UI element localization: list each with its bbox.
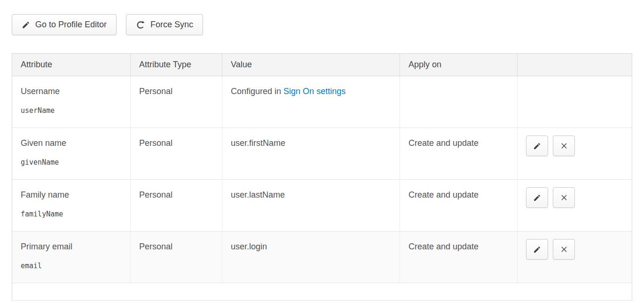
edit-attribute-button[interactable] (526, 136, 548, 156)
actions-cell (518, 180, 632, 231)
attribute-cell: Username userName (12, 76, 131, 128)
apply-on-cell: Create and update (400, 180, 518, 231)
apply-on-cell: Create and update (400, 231, 518, 283)
go-to-profile-editor-button[interactable]: Go to Profile Editor (12, 14, 117, 35)
x-icon (560, 142, 568, 150)
attribute-type-cell: Personal (131, 231, 222, 283)
pencil-icon (533, 194, 541, 202)
attribute-cell: Family name familyName (12, 180, 131, 231)
pencil-icon (533, 142, 541, 150)
attribute-variable-name: familyName (21, 208, 122, 220)
attribute-variable-name: userName (21, 105, 122, 116)
attribute-mapping-table: Attribute Attribute Type Value Apply on … (12, 53, 632, 301)
attribute-cell: Primary email email (12, 231, 131, 283)
sync-icon (136, 20, 145, 30)
edit-attribute-button[interactable] (526, 239, 548, 260)
column-header-value: Value (222, 54, 400, 76)
force-sync-label: Force Sync (150, 20, 193, 30)
column-header-attribute-type: Attribute Type (131, 54, 222, 76)
table-row-given-name: Given name givenName Personal user.first… (12, 128, 632, 180)
attribute-cell: Given name givenName (12, 128, 131, 179)
table-row-username: Username userName Personal Configured in… (12, 76, 632, 128)
column-header-apply-on: Apply on (400, 54, 518, 76)
table-row-primary-email: Primary email email Personal user.login … (12, 231, 632, 283)
attribute-label: Family name (21, 189, 122, 200)
actions-cell (518, 76, 632, 128)
attribute-label: Primary email (21, 241, 122, 252)
value-cell: user.login (222, 231, 400, 283)
value-text: Configured in (231, 87, 281, 96)
x-icon (560, 246, 568, 253)
attribute-type-cell: Personal (131, 128, 222, 179)
x-icon (560, 194, 568, 201)
attribute-type-cell: Personal (131, 76, 222, 128)
attribute-variable-name: email (21, 260, 122, 271)
apply-on-cell (400, 76, 518, 128)
column-header-actions (518, 54, 632, 76)
column-header-attribute: Attribute (12, 54, 131, 76)
value-cell: user.lastName (222, 180, 400, 231)
delete-attribute-button[interactable] (553, 136, 575, 156)
attribute-label: Given name (21, 137, 122, 149)
table-row-partial (12, 283, 632, 301)
value-cell: user.firstName (222, 128, 400, 179)
edit-attribute-button[interactable] (526, 187, 548, 208)
actions-cell (518, 128, 632, 179)
toolbar: Go to Profile Editor Force Sync (12, 14, 632, 35)
value-cell: Configured in Sign On settings (222, 76, 400, 128)
attribute-mappings-page: Go to Profile Editor Force Sync Attribut… (0, 0, 644, 301)
pencil-icon (533, 246, 541, 254)
attribute-type-cell: Personal (131, 180, 222, 231)
delete-attribute-button[interactable] (553, 187, 575, 208)
apply-on-cell: Create and update (400, 128, 518, 179)
table-row-family-name: Family name familyName Personal user.las… (12, 180, 632, 231)
table-header-row: Attribute Attribute Type Value Apply on (12, 54, 632, 76)
actions-cell (518, 231, 632, 283)
delete-attribute-button[interactable] (553, 239, 575, 260)
attribute-variable-name: givenName (21, 157, 122, 168)
go-to-profile-editor-label: Go to Profile Editor (35, 20, 107, 30)
force-sync-button[interactable]: Force Sync (126, 14, 203, 35)
attribute-label: Username (21, 86, 122, 97)
pencil-icon (22, 21, 30, 29)
sign-on-settings-link[interactable]: Sign On settings (283, 87, 346, 96)
